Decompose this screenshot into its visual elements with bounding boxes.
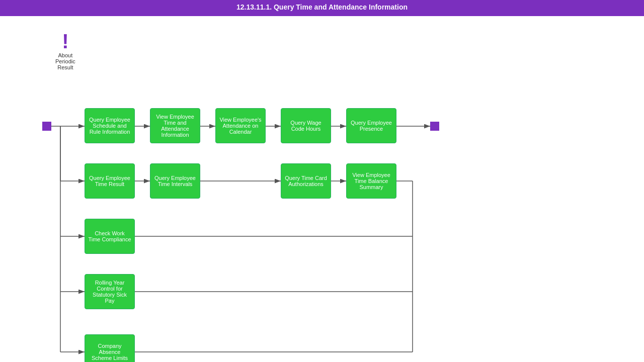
box-company-absence-scheme[interactable]: Company Absence Scheme Limits — [85, 334, 135, 362]
box-query-employee-time-intervals[interactable]: Query Employee Time Intervals — [150, 163, 200, 199]
exclamation-icon: ! — [62, 31, 68, 51]
box-check-work-time-compliance[interactable]: Check Work Time Compliance — [85, 219, 135, 254]
box-view-employee-time-balance-summary[interactable]: View Employee Time Balance Summary — [346, 163, 396, 199]
end-node-row1 — [430, 122, 439, 131]
box-view-employee-time-attendance[interactable]: View Employee Time and Attendance Inform… — [150, 108, 200, 143]
start-node-row1 — [42, 122, 51, 131]
about-periodic-result: ! AboutPeriodicResult — [55, 31, 75, 70]
box-query-wage-code-hours[interactable]: Query Wage Code Hours — [281, 108, 331, 143]
page-title: 12.13.11.1. Query Time and Attendance In… — [0, 0, 644, 16]
box-query-employee-schedule[interactable]: Query Employee Schedule and Rule Informa… — [85, 108, 135, 143]
about-label: AboutPeriodicResult — [55, 52, 75, 70]
box-view-employee-attendance-calendar[interactable]: View Employee's Attendance on Calendar — [215, 108, 266, 143]
box-rolling-year-control[interactable]: Rolling Year Control for Statutory Sick … — [85, 274, 135, 309]
box-query-employee-presence[interactable]: Query Employee Presence — [346, 108, 396, 143]
box-query-time-card-authorizations[interactable]: Query Time Card Authorizations — [281, 163, 331, 199]
box-query-employee-time-result[interactable]: Query Employee Time Result — [85, 163, 135, 199]
